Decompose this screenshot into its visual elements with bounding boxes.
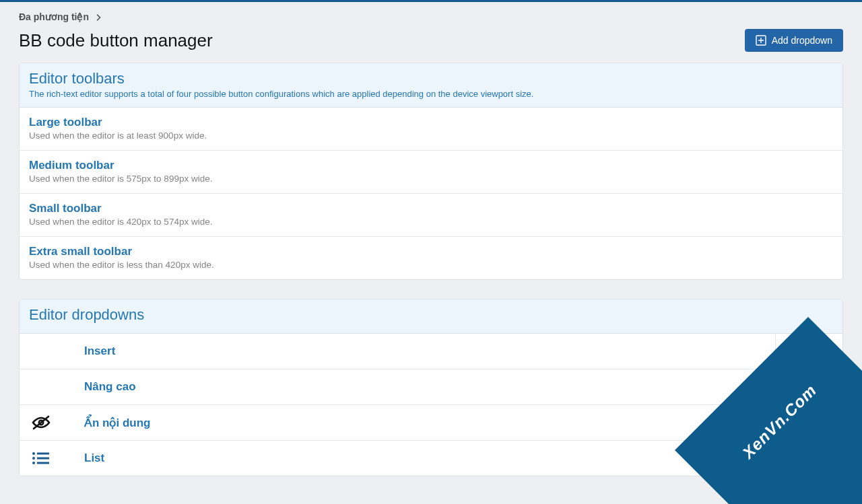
breadcrumb-label: Đa phương tiện bbox=[19, 11, 89, 22]
add-dropdown-button[interactable]: Add dropdown bbox=[745, 29, 843, 52]
svg-rect-5 bbox=[37, 458, 49, 460]
dropdown-icon bbox=[20, 452, 57, 465]
toolbar-item-extra-small[interactable]: Extra small toolbar Used when the editor… bbox=[20, 237, 842, 279]
dropdown-item-nangcao[interactable]: Nâng cao bbox=[20, 369, 842, 405]
dropdown-label: List bbox=[57, 442, 775, 474]
dropdown-label: Insert bbox=[57, 335, 775, 367]
chevron-right-icon bbox=[96, 14, 102, 21]
toolbar-title: Large toolbar bbox=[29, 116, 833, 129]
panel-header: Editor toolbars The rich-text editor sup… bbox=[20, 63, 842, 108]
panel-header: Editor dropdowns bbox=[20, 299, 842, 334]
toolbar-item-large[interactable]: Large toolbar Used when the editor is at… bbox=[20, 108, 842, 151]
toolbar-desc: Used when the editor is 420px to 574px w… bbox=[29, 217, 833, 227]
toolbar-title: Medium toolbar bbox=[29, 159, 833, 172]
svg-point-2 bbox=[32, 452, 35, 455]
dropdown-icon bbox=[20, 415, 57, 430]
panel-subtitle: The rich-text editor supports a total of… bbox=[29, 89, 833, 99]
toolbar-title: Extra small toolbar bbox=[29, 245, 833, 258]
toolbar-item-medium[interactable]: Medium toolbar Used when the editor is 5… bbox=[20, 151, 842, 194]
svg-rect-3 bbox=[37, 453, 49, 455]
svg-rect-7 bbox=[37, 462, 49, 464]
eye-slash-icon bbox=[31, 415, 51, 430]
toolbar-desc: Used when the editor is 575px to 899px w… bbox=[29, 174, 833, 184]
toolbar-title: Small toolbar bbox=[29, 202, 833, 215]
page-title: BB code button manager bbox=[19, 30, 213, 51]
editor-toolbars-panel: Editor toolbars The rich-text editor sup… bbox=[19, 63, 843, 280]
list-icon bbox=[32, 452, 51, 465]
watermark-text: XenVn.Com bbox=[739, 381, 820, 462]
toolbar-desc: Used when the editor is less than 420px … bbox=[29, 260, 833, 270]
plus-square-icon bbox=[756, 35, 766, 46]
dropdown-label: Ẩn nội dung bbox=[57, 406, 775, 439]
dropdown-label: Nâng cao bbox=[57, 371, 775, 403]
toolbar-item-small[interactable]: Small toolbar Used when the editor is 42… bbox=[20, 194, 842, 237]
add-dropdown-label: Add dropdown bbox=[772, 35, 832, 46]
panel-title: Editor dropdowns bbox=[29, 306, 833, 324]
toolbar-desc: Used when the editor is at least 900px w… bbox=[29, 131, 833, 141]
panel-title: Editor toolbars bbox=[29, 70, 833, 87]
svg-point-4 bbox=[32, 457, 35, 460]
dropdown-item-insert[interactable]: Insert bbox=[20, 334, 842, 369]
breadcrumb[interactable]: Đa phương tiện bbox=[19, 2, 843, 29]
svg-point-6 bbox=[32, 462, 35, 464]
